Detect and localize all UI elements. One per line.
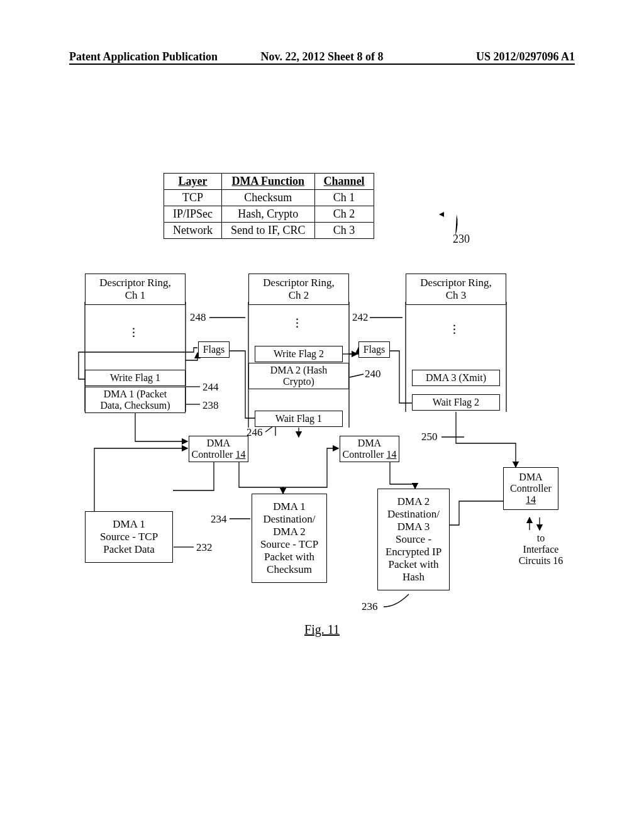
header-left: Patent Application Publication (69, 50, 218, 64)
page-header: Patent Application Publication Nov. 22, … (0, 50, 644, 66)
ring-ch2-waitflag: Wait Flag 1 (255, 411, 343, 427)
box-234: DMA 1Destination/DMA 2Source - TCPPacket… (252, 494, 327, 583)
header-right: US 2012/0297096 A1 (476, 50, 575, 64)
table-cell: Hash, Crypto (222, 206, 315, 223)
table-header: Layer (164, 174, 222, 190)
dma-controller-2: DMAController 14 (340, 436, 399, 462)
figure-label: Fig. 11 (304, 622, 340, 637)
ref-250: 250 (421, 431, 438, 443)
ring-ch1-dma: DMA 1 (PacketData, Checksum) (85, 387, 186, 413)
figure-11-diagram: Descriptor Ring,Ch 1 ··· Write Flag 1 DM… (75, 267, 572, 619)
layer-function-table: Layer DMA Function Channel TCP Checksum … (164, 173, 374, 239)
table-cell: TCP (164, 190, 222, 206)
ref-236: 236 (362, 600, 378, 613)
ring-ch3-dma: DMA 3 (Xmit) (412, 370, 500, 386)
ref-240: 240 (365, 368, 381, 380)
ref-234: 234 (211, 513, 227, 526)
dma-controller-1: DMAController 14 (189, 436, 248, 462)
ref-238: 238 (203, 399, 219, 412)
svg-line-13 (350, 374, 364, 377)
svg-marker-1 (439, 212, 444, 217)
table-cell: Send to IF, CRC (222, 223, 315, 239)
ring-ch3-title: Descriptor Ring,Ch 3 (406, 274, 506, 305)
table-header: DMA Function (222, 174, 315, 190)
ring-ch2-dma: DMA 2 (HashCrypto) (248, 363, 349, 389)
table-header: Channel (314, 174, 374, 190)
box-232: DMA 1Source - TCPPacket Data (85, 511, 173, 563)
ring-ch1-writeflag: Write Flag 1 (85, 370, 186, 386)
vdots-icon: ··· (132, 327, 135, 338)
ring-ch2-writeflag: Write Flag 2 (255, 346, 343, 362)
vdots-icon: ··· (453, 324, 456, 335)
ring-ch3-waitflag: Wait Flag 2 (412, 394, 500, 411)
ring-ch2-flags: Flags (358, 341, 390, 358)
vdots-icon: ··· (296, 318, 299, 329)
header-center: Nov. 22, 2012 Sheet 8 of 8 (261, 50, 384, 64)
to-interface-label: toInterfaceCircuits 16 (516, 533, 566, 567)
ref-242: 242 (352, 311, 369, 324)
table-cell: Network (164, 223, 222, 239)
table-cell: Checksum (222, 190, 315, 206)
ring-ch1-flags: Flags (198, 341, 230, 358)
ring-ch1-title: Descriptor Ring,Ch 1 (85, 274, 186, 305)
dma-controller-3: DMAController14 (503, 467, 558, 510)
table-cell: Ch 1 (314, 190, 374, 206)
box-236: DMA 2Destination/DMA 3Source -Encrypted … (377, 489, 450, 590)
table-cell: Ch 2 (314, 206, 374, 223)
ref-232: 232 (196, 541, 213, 554)
ref-244: 244 (203, 381, 219, 394)
table-cell: IP/IPSec (164, 206, 222, 223)
ref-246: 246 (247, 426, 263, 439)
table-cell: Ch 3 (314, 223, 374, 239)
ring-ch2-title: Descriptor Ring,Ch 2 (248, 274, 349, 305)
ref-230-label: 230 (453, 233, 470, 246)
ref-248: 248 (190, 311, 206, 324)
